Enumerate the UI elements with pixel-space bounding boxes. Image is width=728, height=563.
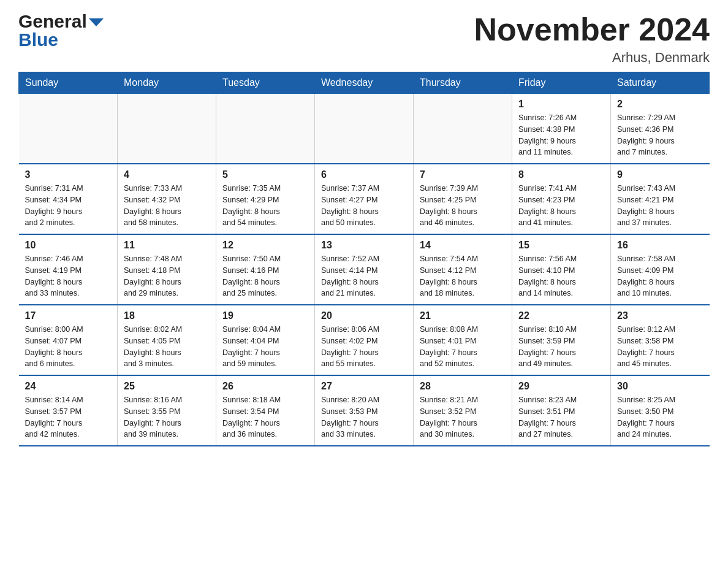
day-info: Sunrise: 8:14 AM Sunset: 3:57 PM Dayligh… xyxy=(25,394,112,440)
month-title: November 2024 xyxy=(474,12,710,47)
day-number: 17 xyxy=(25,310,112,321)
day-info: Sunrise: 7:41 AM Sunset: 4:23 PM Dayligh… xyxy=(518,183,604,229)
calendar-day-cell: 11Sunrise: 7:48 AM Sunset: 4:18 PM Dayli… xyxy=(118,234,216,305)
day-info: Sunrise: 8:12 AM Sunset: 3:58 PM Dayligh… xyxy=(617,324,703,370)
day-number: 18 xyxy=(124,310,210,321)
day-number: 28 xyxy=(420,381,506,392)
calendar-day-cell: 10Sunrise: 7:46 AM Sunset: 4:19 PM Dayli… xyxy=(19,234,118,305)
calendar-day-cell: 15Sunrise: 7:56 AM Sunset: 4:10 PM Dayli… xyxy=(512,234,611,305)
day-number: 30 xyxy=(617,381,703,392)
day-number: 21 xyxy=(420,310,506,321)
day-info: Sunrise: 7:33 AM Sunset: 4:32 PM Dayligh… xyxy=(124,183,210,229)
day-info: Sunrise: 7:48 AM Sunset: 4:18 PM Dayligh… xyxy=(124,253,210,299)
day-info: Sunrise: 7:54 AM Sunset: 4:12 PM Dayligh… xyxy=(420,253,506,299)
calendar-day-cell: 22Sunrise: 8:10 AM Sunset: 3:59 PM Dayli… xyxy=(512,305,611,375)
day-number: 12 xyxy=(222,240,308,251)
weekday-header-saturday: Saturday xyxy=(611,72,710,94)
calendar-day-cell: 14Sunrise: 7:54 AM Sunset: 4:12 PM Dayli… xyxy=(414,234,512,305)
calendar-day-cell: 3Sunrise: 7:31 AM Sunset: 4:34 PM Daylig… xyxy=(19,164,118,234)
calendar-week-row: 1Sunrise: 7:26 AM Sunset: 4:38 PM Daylig… xyxy=(19,94,710,164)
day-info: Sunrise: 8:16 AM Sunset: 3:55 PM Dayligh… xyxy=(124,394,210,440)
calendar-day-cell: 21Sunrise: 8:08 AM Sunset: 4:01 PM Dayli… xyxy=(414,305,512,375)
day-number: 4 xyxy=(124,169,210,180)
day-info: Sunrise: 8:00 AM Sunset: 4:07 PM Dayligh… xyxy=(25,324,112,370)
day-number: 25 xyxy=(124,381,210,392)
day-number: 10 xyxy=(25,240,112,251)
logo-arrow-icon xyxy=(89,18,104,26)
calendar-day-cell: 29Sunrise: 8:23 AM Sunset: 3:51 PM Dayli… xyxy=(512,375,611,446)
day-number: 8 xyxy=(518,169,604,180)
day-number: 23 xyxy=(617,310,703,321)
calendar-week-row: 24Sunrise: 8:14 AM Sunset: 3:57 PM Dayli… xyxy=(19,375,710,446)
day-number: 15 xyxy=(518,240,604,251)
calendar-day-cell: 1Sunrise: 7:26 AM Sunset: 4:38 PM Daylig… xyxy=(512,94,611,164)
day-info: Sunrise: 8:23 AM Sunset: 3:51 PM Dayligh… xyxy=(518,394,604,440)
calendar-day-cell: 12Sunrise: 7:50 AM Sunset: 4:16 PM Dayli… xyxy=(216,234,315,305)
calendar-day-cell xyxy=(118,94,216,164)
day-number: 16 xyxy=(617,240,703,251)
weekday-header-sunday: Sunday xyxy=(19,72,118,94)
day-number: 14 xyxy=(420,240,506,251)
day-info: Sunrise: 7:35 AM Sunset: 4:29 PM Dayligh… xyxy=(222,183,308,229)
calendar-day-cell: 20Sunrise: 8:06 AM Sunset: 4:02 PM Dayli… xyxy=(315,305,414,375)
calendar-day-cell: 17Sunrise: 8:00 AM Sunset: 4:07 PM Dayli… xyxy=(19,305,118,375)
day-info: Sunrise: 8:10 AM Sunset: 3:59 PM Dayligh… xyxy=(518,324,604,370)
day-info: Sunrise: 8:04 AM Sunset: 4:04 PM Dayligh… xyxy=(222,324,308,370)
day-number: 26 xyxy=(222,381,308,392)
day-info: Sunrise: 7:39 AM Sunset: 4:25 PM Dayligh… xyxy=(420,183,506,229)
calendar-day-cell: 23Sunrise: 8:12 AM Sunset: 3:58 PM Dayli… xyxy=(611,305,710,375)
logo-blue-text: Blue xyxy=(18,29,58,50)
title-section: November 2024 Arhus, Denmark xyxy=(474,12,710,66)
calendar-day-cell: 5Sunrise: 7:35 AM Sunset: 4:29 PM Daylig… xyxy=(216,164,315,234)
calendar-day-cell xyxy=(315,94,414,164)
day-number: 2 xyxy=(617,99,703,110)
calendar-day-cell: 28Sunrise: 8:21 AM Sunset: 3:52 PM Dayli… xyxy=(414,375,512,446)
day-info: Sunrise: 8:21 AM Sunset: 3:52 PM Dayligh… xyxy=(420,394,506,440)
day-info: Sunrise: 7:26 AM Sunset: 4:38 PM Dayligh… xyxy=(518,112,604,158)
day-info: Sunrise: 8:06 AM Sunset: 4:02 PM Dayligh… xyxy=(321,324,407,370)
calendar-table: SundayMondayTuesdayWednesdayThursdayFrid… xyxy=(18,72,710,446)
calendar-day-cell: 24Sunrise: 8:14 AM Sunset: 3:57 PM Dayli… xyxy=(19,375,118,446)
day-number: 11 xyxy=(124,240,210,251)
day-number: 9 xyxy=(617,169,703,180)
day-number: 20 xyxy=(321,310,407,321)
day-info: Sunrise: 7:50 AM Sunset: 4:16 PM Dayligh… xyxy=(222,253,308,299)
calendar-day-cell xyxy=(19,94,118,164)
calendar-day-cell: 16Sunrise: 7:58 AM Sunset: 4:09 PM Dayli… xyxy=(611,234,710,305)
weekday-header-friday: Friday xyxy=(512,72,611,94)
logo-general-text: General xyxy=(18,12,87,31)
day-number: 6 xyxy=(321,169,407,180)
calendar-day-cell: 7Sunrise: 7:39 AM Sunset: 4:25 PM Daylig… xyxy=(414,164,512,234)
weekday-header-thursday: Thursday xyxy=(414,72,512,94)
page-header: General Blue November 2024 Arhus, Denmar… xyxy=(18,12,710,66)
day-number: 22 xyxy=(518,310,604,321)
calendar-day-cell: 25Sunrise: 8:16 AM Sunset: 3:55 PM Dayli… xyxy=(118,375,216,446)
day-number: 7 xyxy=(420,169,506,180)
calendar-day-cell: 2Sunrise: 7:29 AM Sunset: 4:36 PM Daylig… xyxy=(611,94,710,164)
calendar-day-cell: 26Sunrise: 8:18 AM Sunset: 3:54 PM Dayli… xyxy=(216,375,315,446)
day-info: Sunrise: 8:08 AM Sunset: 4:01 PM Dayligh… xyxy=(420,324,506,370)
day-info: Sunrise: 8:20 AM Sunset: 3:53 PM Dayligh… xyxy=(321,394,407,440)
day-number: 24 xyxy=(25,381,112,392)
day-info: Sunrise: 7:58 AM Sunset: 4:09 PM Dayligh… xyxy=(617,253,703,299)
calendar-day-cell: 9Sunrise: 7:43 AM Sunset: 4:21 PM Daylig… xyxy=(611,164,710,234)
calendar-day-cell xyxy=(414,94,512,164)
day-number: 13 xyxy=(321,240,407,251)
day-info: Sunrise: 7:52 AM Sunset: 4:14 PM Dayligh… xyxy=(321,253,407,299)
day-number: 27 xyxy=(321,381,407,392)
day-number: 5 xyxy=(222,169,308,180)
day-number: 19 xyxy=(222,310,308,321)
weekday-header-wednesday: Wednesday xyxy=(315,72,414,94)
weekday-header-tuesday: Tuesday xyxy=(216,72,315,94)
day-info: Sunrise: 7:31 AM Sunset: 4:34 PM Dayligh… xyxy=(25,183,112,229)
calendar-day-cell xyxy=(216,94,315,164)
calendar-day-cell: 27Sunrise: 8:20 AM Sunset: 3:53 PM Dayli… xyxy=(315,375,414,446)
day-number: 29 xyxy=(518,381,604,392)
calendar-day-cell: 6Sunrise: 7:37 AM Sunset: 4:27 PM Daylig… xyxy=(315,164,414,234)
calendar-week-row: 3Sunrise: 7:31 AM Sunset: 4:34 PM Daylig… xyxy=(19,164,710,234)
day-info: Sunrise: 7:43 AM Sunset: 4:21 PM Dayligh… xyxy=(617,183,703,229)
day-number: 1 xyxy=(518,99,604,110)
calendar-week-row: 17Sunrise: 8:00 AM Sunset: 4:07 PM Dayli… xyxy=(19,305,710,375)
day-info: Sunrise: 7:29 AM Sunset: 4:36 PM Dayligh… xyxy=(617,112,703,158)
calendar-day-cell: 30Sunrise: 8:25 AM Sunset: 3:50 PM Dayli… xyxy=(611,375,710,446)
